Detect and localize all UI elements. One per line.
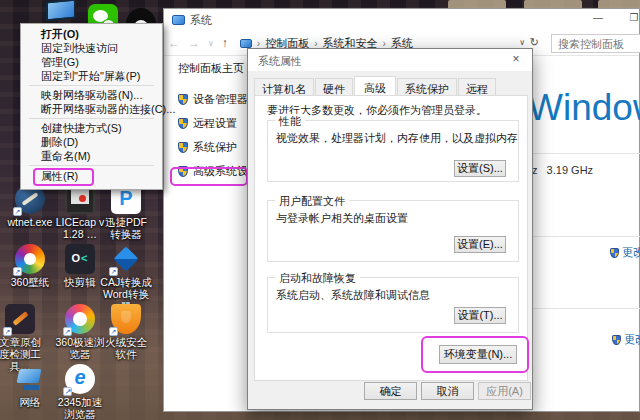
desktop-item-peek	[598, 0, 640, 8]
uac-shield-icon	[178, 142, 188, 153]
startup-recovery-group: 启动和故障恢复 系统启动、系统故障和调试信息 设置(T)...	[267, 277, 519, 333]
system-window-icon	[172, 15, 185, 25]
ok-button[interactable]: 确定	[364, 382, 417, 400]
icon-label: LICEcap v1.28 …	[54, 216, 106, 240]
crumb-separator: ›	[383, 38, 386, 49]
group-desc: 视觉效果，处理器计划，内存使用，以及虚拟内存	[276, 131, 518, 146]
menu-item-pin-quick-access[interactable]: 固定到快速访问	[21, 41, 162, 55]
desktop-icon-360-wallpaper[interactable]: ↗ 360壁纸	[4, 244, 56, 288]
dialog-title: 系统属性	[258, 54, 302, 69]
desktop-item-peek	[448, 0, 506, 8]
sidebar-link-label: 远程设置	[193, 116, 237, 131]
desktop-icon-wtnet[interactable]: ↗ wtnet.exe	[4, 184, 56, 228]
360-wallpaper-icon: ↗	[15, 244, 45, 274]
desktop-icon-network[interactable]: 网络	[4, 364, 56, 408]
performance-settings-button[interactable]: 设置(S)...	[454, 160, 506, 177]
apply-button[interactable]: 应用(A)	[478, 382, 531, 400]
icon-label: 快剪辑	[54, 276, 106, 288]
sidebar-link-label: 设备管理器	[193, 92, 248, 107]
maximize-button[interactable]: ❐	[621, 9, 640, 29]
performance-group: 性能 视觉效果，处理器计划，内存使用，以及虚拟内存 设置(S)...	[267, 120, 519, 182]
up-icon[interactable]: ↑	[222, 36, 228, 50]
icon-label: 迅捷PDF转换器	[100, 216, 152, 240]
change-settings-label: 更改设置	[624, 332, 640, 347]
window-titlebar: 系统	[164, 9, 639, 31]
menu-item-properties[interactable]: 属性(R)	[21, 168, 162, 186]
menu-item-delete[interactable]: 删除(D)	[21, 135, 162, 149]
minimize-button[interactable]: —	[585, 9, 611, 29]
desktop: ↗ wtnet.exe LICEcap v1.28 … P 迅捷PDF转换器 ↗…	[0, 0, 640, 420]
history-dropdown-icon[interactable]: ∨	[208, 39, 214, 48]
dialog-titlebar: 系统属性	[248, 49, 532, 71]
menu-item-pin-to-start[interactable]: 固定到"开始"屏幕(P)	[21, 69, 162, 83]
window-title: 系统	[190, 13, 212, 28]
desktop-icon-article-check[interactable]: ↗ 文章原创度检测工具…	[0, 304, 46, 372]
menu-item-map-network-drive[interactable]: 映射网络驱动器(N)...	[21, 88, 162, 102]
icon-label: 2345加速浏览器	[54, 396, 106, 420]
caj-to-word-icon: ↗	[111, 244, 141, 274]
icon-label: 网络	[4, 396, 56, 408]
crumb-separator: ›	[257, 38, 260, 49]
desktop-icon-2345-browser[interactable]: e↗ 2345加速浏览器	[54, 364, 106, 420]
group-desc: 与登录帐户相关的桌面设置	[276, 211, 408, 226]
advanced-tab-page: 要进行大多数更改，你必须作为管理员登录。 性能 视觉效果，处理器计划，内存使用，…	[254, 95, 528, 381]
desktop-icon-kuaijianji[interactable]: O< 快剪辑	[54, 244, 106, 288]
cancel-button[interactable]: 取消	[421, 382, 474, 400]
system-properties-dialog: 系统属性 × 计算机名 硬件 高级 系统保护 远程 要进行大多数更改，你必须作为…	[247, 48, 533, 410]
group-title: 启动和故障恢复	[275, 271, 360, 286]
huorong-security-icon: ↗	[111, 304, 141, 334]
windows-logo-text: Windows	[528, 87, 640, 129]
network-icon	[15, 364, 45, 394]
2345-browser-icon: e↗	[65, 364, 95, 394]
forward-icon[interactable]: →	[188, 36, 200, 50]
icon-label: wtnet.exe	[4, 216, 56, 228]
article-check-icon: ↗	[5, 304, 35, 334]
advanced-settings-highlight	[170, 167, 248, 186]
breadcrumb-icon	[240, 39, 252, 48]
properties-highlight: 属性(R)	[33, 168, 94, 186]
change-settings-link[interactable]: 更改设置	[612, 332, 640, 347]
menu-separator	[29, 85, 154, 86]
group-title: 性能	[275, 114, 305, 129]
sidebar-link-label: 系统保护	[193, 140, 237, 155]
menu-separator	[29, 118, 154, 119]
360-speed-browser-icon: ↗	[65, 304, 95, 334]
menu-item-disconnect-network-drive[interactable]: 断开网络驱动器的连接(C)...	[21, 102, 162, 116]
menu-item-create-shortcut[interactable]: 创建快捷方式(S)	[21, 121, 162, 135]
desktop-icon-360-speed-browser[interactable]: ↗ 360极速浏览器	[54, 304, 106, 360]
cpu-speed-text: Hz 3.19 GHz	[524, 164, 593, 176]
uac-shield-icon	[178, 118, 188, 129]
group-desc: 系统启动、系统故障和调试信息	[276, 288, 430, 303]
user-profiles-group: 用户配置文件 与登录帐户相关的桌面设置 设置(E)...	[267, 200, 519, 262]
startup-recovery-settings-button[interactable]: 设置(T)...	[454, 307, 506, 324]
menu-item-open[interactable]: 打开(O)	[21, 27, 162, 41]
menu-separator	[29, 165, 154, 166]
group-title: 用户配置文件	[275, 194, 349, 209]
menu-item-manage[interactable]: 管理(G)	[21, 55, 162, 69]
this-pc-icon[interactable]	[46, 0, 80, 22]
close-icon[interactable]: ×	[508, 52, 524, 68]
uac-shield-icon	[610, 248, 619, 258]
desktop-icon-pdf-converter[interactable]: P 迅捷PDF转换器	[100, 184, 152, 240]
desktop-item-peek	[524, 0, 582, 8]
change-settings-label: 更改设置	[622, 245, 640, 260]
environment-variables-highlight	[421, 336, 529, 373]
menu-item-rename[interactable]: 重命名(M)	[21, 149, 162, 163]
desktop-icon-huorong[interactable]: ↗ 火绒安全软件	[100, 304, 152, 360]
desktop-icon-caj-to-word[interactable]: ↗ CAJ转换成Word转换器	[100, 244, 152, 312]
back-icon[interactable]: ←	[168, 36, 180, 50]
address-dropdown-icon[interactable]: ∨	[519, 38, 525, 47]
desktop-icon-licecap[interactable]: LICEcap v1.28 …	[54, 184, 106, 240]
kuaijianji-icon: O<	[65, 244, 95, 274]
icon-label: 360极速浏览器	[54, 336, 106, 360]
change-settings-link[interactable]: 更改设置	[610, 245, 640, 260]
uac-shield-icon	[612, 335, 621, 345]
search-input[interactable]	[551, 34, 640, 53]
context-menu: 打开(O) 固定到快速访问 管理(G) 固定到"开始"屏幕(P) 映射网络驱动器…	[20, 23, 163, 190]
user-profiles-settings-button[interactable]: 设置(E)...	[454, 236, 506, 253]
uac-shield-icon	[178, 94, 188, 105]
icon-label: 火绒安全软件	[100, 336, 152, 360]
icon-label: 360壁纸	[4, 276, 56, 288]
crumb-separator: ›	[314, 38, 317, 49]
